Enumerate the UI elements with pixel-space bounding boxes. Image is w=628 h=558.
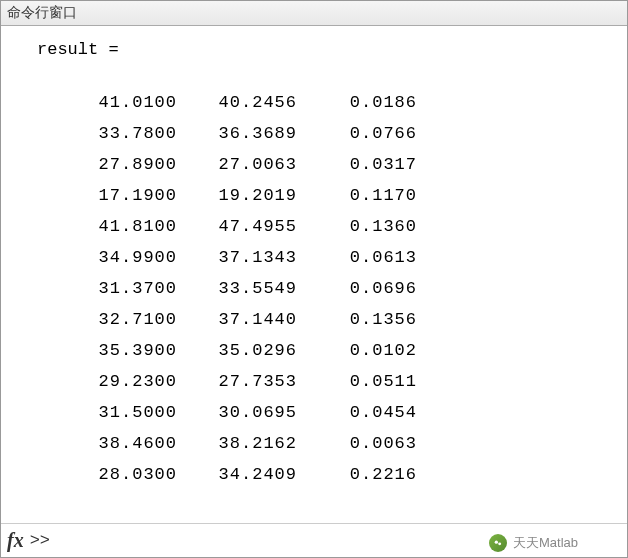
title-bar: 命令行窗口 — [1, 1, 627, 26]
table-cell: 27.7353 — [177, 366, 297, 397]
table-row: 31.370033.55490.0696 — [57, 273, 627, 304]
watermark: 天天Matlab — [489, 534, 578, 552]
table-cell: 34.2409 — [177, 459, 297, 490]
table-cell: 31.3700 — [57, 273, 177, 304]
table-row: 38.460038.21620.0063 — [57, 428, 627, 459]
result-matrix: 41.010040.24560.018633.780036.36890.0766… — [1, 87, 627, 490]
table-cell: 38.2162 — [177, 428, 297, 459]
result-variable-label: result = — [1, 40, 627, 59]
table-cell: 0.0696 — [297, 273, 417, 304]
svg-point-1 — [498, 542, 501, 545]
table-cell: 0.1170 — [297, 180, 417, 211]
table-cell: 0.0186 — [297, 87, 417, 118]
table-cell: 19.2019 — [177, 180, 297, 211]
table-cell: 37.1343 — [177, 242, 297, 273]
table-cell: 29.2300 — [57, 366, 177, 397]
command-window: 命令行窗口 result = 41.010040.24560.018633.78… — [0, 0, 628, 558]
table-cell: 30.0695 — [177, 397, 297, 428]
table-cell: 27.8900 — [57, 149, 177, 180]
table-cell: 35.3900 — [57, 335, 177, 366]
table-row: 32.710037.14400.1356 — [57, 304, 627, 335]
table-cell: 0.1356 — [297, 304, 417, 335]
table-cell: 0.1360 — [297, 211, 417, 242]
table-row: 27.890027.00630.0317 — [57, 149, 627, 180]
table-cell: 0.0766 — [297, 118, 417, 149]
table-cell: 0.0102 — [297, 335, 417, 366]
table-cell: 37.1440 — [177, 304, 297, 335]
table-cell: 36.3689 — [177, 118, 297, 149]
command-output-area[interactable]: result = 41.010040.24560.018633.780036.3… — [1, 26, 627, 523]
table-cell: 38.4600 — [57, 428, 177, 459]
table-row: 28.030034.24090.2216 — [57, 459, 627, 490]
table-cell: 41.0100 — [57, 87, 177, 118]
table-cell: 0.0613 — [297, 242, 417, 273]
table-cell: 47.4955 — [177, 211, 297, 242]
table-row: 41.810047.49550.1360 — [57, 211, 627, 242]
table-row: 34.990037.13430.0613 — [57, 242, 627, 273]
table-cell: 17.1900 — [57, 180, 177, 211]
command-prompt[interactable]: >> — [30, 531, 50, 550]
table-row: 35.390035.02960.0102 — [57, 335, 627, 366]
table-row: 31.500030.06950.0454 — [57, 397, 627, 428]
table-cell: 35.0296 — [177, 335, 297, 366]
table-cell: 0.0317 — [297, 149, 417, 180]
table-cell: 32.7100 — [57, 304, 177, 335]
fx-icon[interactable]: fx — [7, 529, 24, 552]
table-cell: 0.2216 — [297, 459, 417, 490]
table-cell: 34.9900 — [57, 242, 177, 273]
table-row: 33.780036.36890.0766 — [57, 118, 627, 149]
table-cell: 33.5549 — [177, 273, 297, 304]
table-cell: 40.2456 — [177, 87, 297, 118]
wechat-icon — [489, 534, 507, 552]
table-row: 17.190019.20190.1170 — [57, 180, 627, 211]
table-row: 29.230027.73530.0511 — [57, 366, 627, 397]
watermark-text: 天天Matlab — [513, 534, 578, 552]
table-cell: 27.0063 — [177, 149, 297, 180]
window-title: 命令行窗口 — [7, 5, 77, 20]
table-cell: 0.0454 — [297, 397, 417, 428]
table-cell: 31.5000 — [57, 397, 177, 428]
table-cell: 28.0300 — [57, 459, 177, 490]
table-row: 41.010040.24560.0186 — [57, 87, 627, 118]
table-cell: 33.7800 — [57, 118, 177, 149]
table-cell: 0.0511 — [297, 366, 417, 397]
table-cell: 0.0063 — [297, 428, 417, 459]
svg-point-0 — [495, 541, 498, 544]
table-cell: 41.8100 — [57, 211, 177, 242]
